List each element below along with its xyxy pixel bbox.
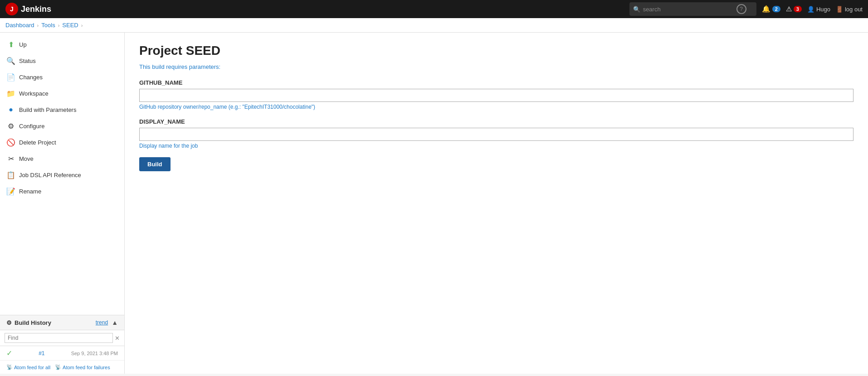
find-clear-button[interactable]: ✕	[115, 335, 120, 342]
atom-feed-all-label: Atom feed for all	[14, 365, 50, 370]
trend-link[interactable]: trend	[96, 319, 108, 326]
sidebar-nav: ⬆ Up 🔍 Status 📄 Changes 📁 Workspace ● Bu…	[0, 33, 124, 315]
main-content: Project SEED This build requires paramet…	[125, 33, 868, 374]
display-name-label: DISPLAY_NAME	[139, 118, 853, 125]
username: Hugo	[816, 6, 830, 13]
build-history-icon: ⚙	[6, 319, 12, 326]
sidebar-item-build-with-parameters[interactable]: ● Build with Parameters	[0, 101, 124, 118]
top-navigation: J Jenkins 🔍 ? 🔔 2 ⚠ 3 👤 Hugo 🚪 log out	[0, 0, 868, 18]
page-title: Project SEED	[139, 43, 853, 58]
build-requires-text: This build requires parameters:	[139, 63, 853, 70]
sidebar-item-configure-label: Configure	[19, 123, 44, 130]
sidebar-item-changes-label: Changes	[19, 74, 43, 81]
move-icon: ✂	[6, 154, 15, 163]
sidebar-item-changes[interactable]: 📄 Changes	[0, 69, 124, 85]
atom-feed-failures-label: Atom feed for failures	[63, 365, 110, 370]
display-name-hint: Display name for the job	[139, 143, 853, 149]
up-icon: ⬆	[6, 40, 15, 49]
find-build-input[interactable]	[5, 333, 113, 343]
user-menu[interactable]: 👤 Hugo	[807, 6, 830, 13]
find-input-wrapper: ✕	[0, 330, 124, 346]
sidebar-item-status[interactable]: 🔍 Status	[0, 53, 124, 69]
github-name-hint: GitHub repository owner/repo_name (e.g.:…	[139, 104, 853, 110]
logout-icon: 🚪	[836, 6, 843, 13]
build-params-icon: ●	[6, 105, 15, 114]
atom-feed-all-link[interactable]: 📡 Atom feed for all	[6, 364, 50, 370]
delete-icon: 🚫	[6, 138, 15, 147]
jenkins-logo[interactable]: J Jenkins	[5, 3, 51, 15]
sidebar-item-move[interactable]: ✂ Move	[0, 150, 124, 167]
sidebar-item-rename[interactable]: 📝 Rename	[0, 183, 124, 199]
sidebar-item-configure[interactable]: ⚙ Configure	[0, 118, 124, 134]
github-name-input[interactable]	[139, 89, 853, 102]
sidebar-item-rename-label: Rename	[19, 188, 41, 195]
rename-icon: 📝	[6, 187, 15, 196]
breadcrumb-tools[interactable]: Tools	[41, 22, 55, 29]
github-name-label: GITHUB_NAME	[139, 79, 853, 86]
atom-feeds: 📡 Atom feed for all 📡 Atom feed for fail…	[0, 361, 124, 374]
job-dsl-icon: 📋	[6, 170, 15, 179]
build-history-controls: trend ▲	[96, 319, 118, 326]
build-date: Sep 9, 2021 3:48 PM	[71, 351, 118, 356]
build-status-icon: ✓	[6, 349, 12, 357]
sidebar-item-status-label: Status	[19, 58, 36, 64]
configure-icon: ⚙	[6, 121, 15, 130]
sidebar-item-build-with-parameters-label: Build with Parameters	[19, 106, 76, 113]
sidebar: ⬆ Up 🔍 Status 📄 Changes 📁 Workspace ● Bu…	[0, 33, 125, 374]
github-name-group: GITHUB_NAME GitHub repository owner/repo…	[139, 79, 853, 110]
help-icon[interactable]: ?	[736, 4, 746, 14]
collapse-build-history-button[interactable]: ▲	[112, 319, 118, 326]
feed-icon-all: 📡	[6, 364, 13, 370]
search-input[interactable]	[643, 6, 734, 13]
build-button[interactable]: Build	[139, 157, 171, 171]
display-name-input[interactable]	[139, 128, 853, 141]
alerts-count: 3	[794, 6, 802, 12]
sidebar-item-workspace-label: Workspace	[19, 90, 49, 97]
sidebar-item-up[interactable]: ⬆ Up	[0, 36, 124, 53]
status-icon: 🔍	[6, 56, 15, 65]
sidebar-item-move-label: Move	[19, 155, 34, 162]
build-list-item: ✓ #1 Sep 9, 2021 3:48 PM	[0, 346, 124, 361]
sidebar-item-up-label: Up	[19, 41, 27, 48]
search-icon: 🔍	[633, 6, 640, 13]
breadcrumb-sep-1: ›	[37, 23, 39, 28]
sidebar-item-workspace[interactable]: 📁 Workspace	[0, 85, 124, 101]
breadcrumb: Dashboard › Tools › SEED ›	[0, 18, 868, 33]
jenkins-logo-icon: J	[5, 3, 18, 15]
build-history-label: Build History	[15, 319, 51, 326]
build-history-section: ⚙ Build History trend ▲ ✕ ✓ #1 Sep 9, 20…	[0, 315, 124, 374]
breadcrumb-seed[interactable]: SEED	[62, 22, 78, 29]
breadcrumb-dashboard[interactable]: Dashboard	[5, 22, 34, 29]
workspace-icon: 📁	[6, 89, 15, 98]
changes-icon: 📄	[6, 72, 15, 82]
build-number-link[interactable]: #1	[39, 350, 44, 357]
sidebar-item-delete-label: Delete Project	[19, 139, 56, 146]
breadcrumb-sep-2: ›	[58, 23, 60, 28]
display-name-group: DISPLAY_NAME Display name for the job	[139, 118, 853, 149]
build-history-header: ⚙ Build History trend ▲	[0, 315, 124, 330]
logout-button[interactable]: 🚪 log out	[836, 6, 863, 13]
jenkins-logo-text: Jenkins	[21, 5, 51, 14]
alerts-badge[interactable]: ⚠ 3	[786, 5, 802, 13]
notifications-bell[interactable]: 🔔 2	[762, 5, 780, 13]
logout-label: log out	[845, 6, 863, 13]
build-history-title: ⚙ Build History	[6, 319, 51, 326]
search-bar: 🔍 ?	[629, 2, 756, 16]
sidebar-item-job-dsl-label: Job DSL API Reference	[19, 172, 81, 178]
sidebar-item-delete-project[interactable]: 🚫 Delete Project	[0, 134, 124, 150]
alert-icon: ⚠	[786, 5, 792, 13]
sidebar-item-job-dsl[interactable]: 📋 Job DSL API Reference	[0, 167, 124, 183]
main-layout: ⬆ Up 🔍 Status 📄 Changes 📁 Workspace ● Bu…	[0, 33, 868, 374]
feed-icon-failures: 📡	[55, 364, 61, 370]
bell-icon: 🔔	[762, 5, 770, 13]
atom-feed-failures-link[interactable]: 📡 Atom feed for failures	[55, 364, 110, 370]
user-icon: 👤	[807, 6, 814, 13]
notifications-count: 2	[772, 6, 780, 12]
breadcrumb-sep-3: ›	[81, 23, 83, 28]
